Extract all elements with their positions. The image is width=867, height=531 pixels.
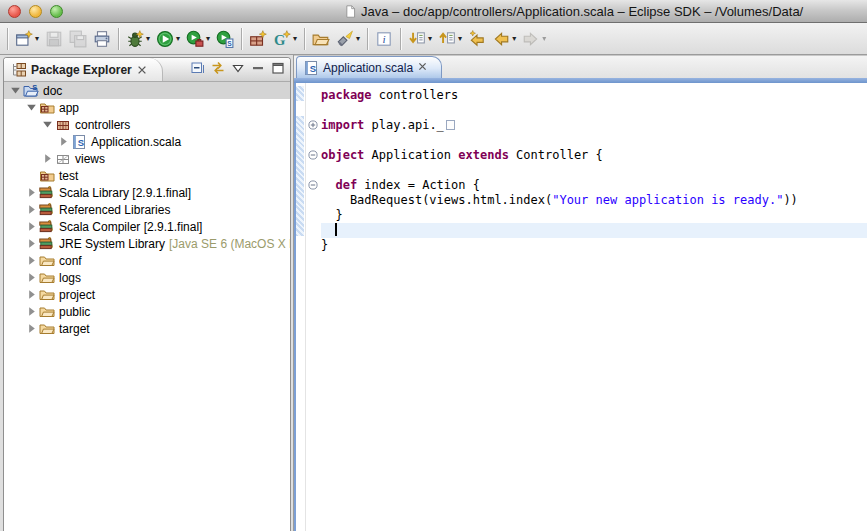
run-external-tools-button[interactable]: ▾ [184,26,212,52]
tree-item-views[interactable]: views [4,150,290,167]
tree-expand-arrow[interactable] [25,186,38,199]
tree-expand-arrow[interactable] [25,254,38,267]
fold-collapse-icon[interactable] [308,150,318,160]
annotation-ruler[interactable] [296,83,306,531]
dropdown-arrow-icon[interactable]: ▾ [293,35,297,43]
editor-tabstrip: S Application.scala [294,55,867,78]
new-package-button[interactable] [247,26,269,52]
tree-expand-arrow[interactable] [25,101,38,114]
tree-expand-arrow[interactable] [25,237,38,250]
package-explorer-tab[interactable]: Package Explorer [4,58,163,81]
debug-button[interactable]: ▾ [124,26,152,52]
code-line-2[interactable] [321,103,867,118]
tree-item-project[interactable]: project [4,286,290,303]
code-line-6[interactable] [321,163,867,178]
tree-item-label: public [59,305,90,319]
tree-expand-arrow[interactable] [25,322,38,335]
run-icon [156,30,174,48]
tree-item-target[interactable]: target [4,320,290,337]
code-line-8[interactable]: BadRequest(views.html.index("Your new ap… [321,193,867,208]
new-wizard-button[interactable]: ▾ [13,26,41,52]
maximize-icon[interactable] [270,60,286,76]
dropdown-arrow-icon[interactable]: ▾ [35,35,39,43]
tree-expand-arrow[interactable] [57,135,70,148]
code-line-9[interactable]: } [321,208,867,223]
last-edit-location-button[interactable] [466,26,488,52]
tree-expand-arrow[interactable] [25,288,38,301]
open-folder-icon [312,30,330,48]
save-all-button [67,26,89,52]
fold-collapse-icon[interactable] [308,180,318,190]
dropdown-arrow-icon[interactable]: ▾ [146,35,150,43]
tree-expand-arrow[interactable] [25,271,38,284]
code-line-11[interactable]: } [321,238,867,253]
next-annotation-button[interactable]: ▾ [406,26,434,52]
minimize-window-button[interactable] [29,5,42,18]
tree-expand-arrow[interactable] [41,152,54,165]
zoom-window-button[interactable] [50,5,63,18]
run-as-scala-button[interactable]: S [214,26,236,52]
link-with-editor-icon[interactable] [210,60,226,76]
folding-ruler[interactable] [306,83,321,531]
tree-expand-arrow[interactable] [25,220,38,233]
code-line-1[interactable]: package controllers [321,88,867,103]
document-icon[interactable] [344,4,357,19]
tree-item-referenced-libraries[interactable]: Referenced Libraries [4,201,290,218]
code-line-5[interactable]: object Application extends Controller { [321,148,867,163]
editor-body: package controllersimport play.api._obje… [294,83,867,531]
titlebar[interactable]: Java – doc/app/controllers/Application.s… [0,0,867,23]
code-token: def [335,178,357,192]
close-window-button[interactable] [8,5,21,18]
tree-item-app[interactable]: app [4,99,290,116]
dropdown-arrow-icon[interactable]: ▾ [428,35,432,43]
tree-item-scala-compiler-2-9-1-final[interactable]: Scala Compiler [2.9.1.final] [4,218,290,235]
tree-item-scala-library-2-9-1-final[interactable]: Scala Library [2.9.1.final] [4,184,290,201]
tree-expand-arrow[interactable] [9,84,22,97]
minimize-icon[interactable] [250,60,266,76]
tree-item-public[interactable]: public [4,303,290,320]
dropdown-arrow-icon[interactable]: ▾ [512,35,516,43]
save-all-icon [69,30,87,48]
previous-annotation-button[interactable]: ▾ [436,26,464,52]
tree-expand-arrow[interactable] [41,118,54,131]
search-button[interactable]: ▾ [334,26,362,52]
tree-item-test[interactable]: test [4,167,290,184]
toggle-mark-occurrences-button[interactable]: i [373,26,395,52]
tree-item-doc[interactable]: Sdoc [4,82,290,99]
code-line-7[interactable]: def index = Action { [321,178,867,193]
open-resource-button[interactable] [310,26,332,52]
run-button[interactable]: ▾ [154,26,182,52]
tree-expand-arrow[interactable] [25,203,38,216]
code-editor[interactable]: package controllersimport play.api._obje… [321,83,867,531]
tree-expand-arrow[interactable] [25,305,38,318]
fold-expand-icon[interactable] [308,120,318,130]
back-button[interactable]: ▾ [490,26,518,52]
code-line-10[interactable] [321,223,867,238]
tree-item-conf[interactable]: conf [4,252,290,269]
dropdown-arrow-icon[interactable]: ▾ [458,35,462,43]
tree-item-label: views [75,152,105,166]
tree-item-jre-system-library[interactable]: JRE System Library[Java SE 6 (MacOS X De… [4,235,290,252]
dropdown-arrow-icon[interactable]: ▾ [206,35,210,43]
tree-item-label: Scala Library [2.9.1.final] [59,186,191,200]
close-icon[interactable] [136,62,152,78]
code-line-4[interactable] [321,133,867,148]
dropdown-arrow-icon[interactable]: ▾ [176,35,180,43]
tree-item-logs[interactable]: logs [4,269,290,286]
new-class-button[interactable]: G▾ [271,26,299,52]
project-tree: SdocappcontrollersSApplication.scalaview… [4,82,290,531]
dropdown-arrow-icon[interactable]: ▾ [356,35,360,43]
print-button[interactable] [91,26,113,52]
close-icon[interactable] [417,60,433,76]
svg-text:S: S [32,83,37,92]
code-line-3[interactable]: import play.api._ [321,118,867,133]
tree-item-label: logs [59,271,81,285]
dropdown-arrow-icon[interactable]: ▾ [542,35,546,43]
folded-region-box[interactable] [446,120,455,130]
editor-tab-application-scala[interactable]: S Application.scala [296,56,442,78]
collapse-all-icon[interactable] [190,60,206,76]
view-menu-icon[interactable] [230,60,246,76]
external-tools-icon [186,30,204,48]
tree-item-controllers[interactable]: controllers [4,116,290,133]
tree-item-application-scala[interactable]: SApplication.scala [4,133,290,150]
